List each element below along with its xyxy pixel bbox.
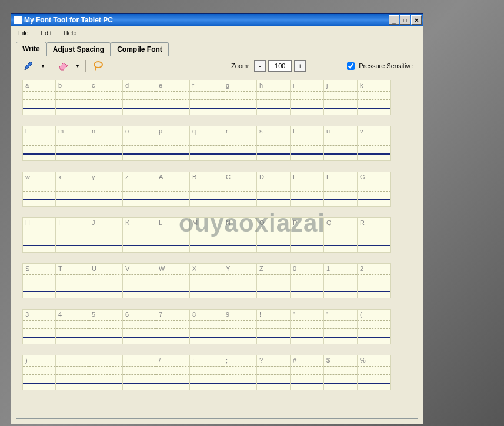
character-cell[interactable]: s [257,126,291,161]
character-cell[interactable]: b [56,80,89,115]
character-cell[interactable]: O [257,217,291,253]
character-cell[interactable]: M [190,217,223,253]
character-cell[interactable]: R [358,217,391,253]
menu-help[interactable]: Help [59,28,82,38]
character-cell[interactable]: " [291,309,324,344]
character-cell[interactable]: ; [223,355,257,390]
eraser-tool-button[interactable] [56,59,71,72]
character-cell[interactable]: j [324,80,358,115]
character-cell[interactable]: ? [257,355,291,390]
character-cell[interactable]: T [56,263,89,298]
character-cell[interactable]: e [156,80,190,115]
character-cell[interactable]: 2 [358,263,391,298]
character-cell[interactable]: 8 [190,309,223,344]
character-cell[interactable]: p [156,126,190,161]
character-cell[interactable]: d [123,80,156,115]
character-label: - [92,357,94,364]
character-cell[interactable]: Y [223,263,257,298]
character-cell[interactable]: C [223,172,257,207]
character-cell[interactable]: % [358,355,391,390]
character-cell[interactable]: W [156,263,190,298]
character-cell[interactable]: S [22,263,56,298]
character-cell[interactable]: L [156,217,190,253]
character-cell[interactable]: A [156,172,190,207]
character-cell[interactable]: : [190,355,223,390]
character-cell[interactable]: P [291,217,324,253]
character-cell[interactable]: q [190,126,223,161]
character-cell[interactable]: o [123,126,156,161]
character-cell[interactable]: , [56,355,89,390]
menu-edit[interactable]: Edit [36,28,56,38]
pen-dropdown-icon[interactable]: ▼ [40,60,46,72]
tab-adjust-spacing[interactable]: Adjust Spacing [46,42,111,56]
character-cell[interactable]: 5 [89,309,123,344]
character-cell[interactable]: y [89,172,123,207]
character-cell[interactable]: B [190,172,223,207]
character-cell[interactable]: J [89,217,123,253]
character-cell[interactable]: m [56,126,89,161]
character-cell[interactable]: h [257,80,291,115]
eraser-dropdown-icon[interactable]: ▼ [75,60,81,72]
character-cell[interactable]: u [324,126,358,161]
character-cell[interactable]: v [358,126,391,161]
character-cell[interactable]: U [89,263,123,298]
character-cell[interactable]: ) [22,355,56,390]
character-cell[interactable]: 1 [324,263,358,298]
character-cell[interactable]: 3 [22,309,56,344]
character-cell[interactable]: g [223,80,257,115]
tab-write[interactable]: Write [16,42,46,56]
titlebar[interactable]: My Font Tool for Tablet PC _ □ ✕ [11,14,423,26]
character-cell[interactable]: l [22,126,56,161]
character-cell[interactable]: ( [358,309,391,344]
menu-file[interactable]: File [14,28,34,38]
character-cell[interactable]: N [223,217,257,253]
lasso-tool-button[interactable] [91,59,106,73]
character-cell[interactable]: Q [324,217,358,253]
character-cell[interactable]: z [123,172,156,207]
character-cell[interactable]: $ [324,355,358,390]
character-cell[interactable]: I [56,217,89,253]
character-cell[interactable]: D [257,172,291,207]
character-cell[interactable]: f [190,80,223,115]
character-cell[interactable]: t [291,126,324,161]
maximize-button[interactable]: □ [400,15,410,25]
character-cell[interactable]: a [22,80,56,115]
character-cell[interactable]: ! [257,309,291,344]
character-cell[interactable]: 7 [156,309,190,344]
character-cell[interactable]: V [123,263,156,298]
character-cell[interactable]: 4 [56,309,89,344]
zoom-out-button[interactable]: - [254,60,266,72]
character-cell[interactable]: . [123,355,156,390]
zoom-in-button[interactable]: + [294,60,306,72]
character-cell[interactable]: / [156,355,190,390]
character-label: t [293,128,295,135]
character-cell[interactable]: 0 [291,263,324,298]
character-cell[interactable]: K [123,217,156,253]
character-cell[interactable]: k [358,80,391,115]
character-cell[interactable]: H [22,217,56,253]
character-cell[interactable]: 6 [123,309,156,344]
tab-compile-font[interactable]: Compile Font [111,42,169,56]
character-cell[interactable]: c [89,80,123,115]
character-grid-scroll[interactable]: abcdefghijklmnopqrstuvwxyzABCDEFGHIJKLMN… [16,75,418,418]
character-cell[interactable]: w [22,172,56,207]
character-cell[interactable]: G [358,172,391,207]
close-button[interactable]: ✕ [411,15,422,25]
character-cell[interactable]: X [190,263,223,298]
character-label: . [125,357,127,364]
character-cell[interactable]: Z [257,263,291,298]
character-cell[interactable]: x [56,172,89,207]
character-cell[interactable]: 9 [223,309,257,344]
character-cell[interactable]: i [291,80,324,115]
minimize-button[interactable]: _ [389,15,399,25]
character-cell[interactable]: E [291,172,324,207]
character-cell[interactable]: - [89,355,123,390]
character-cell[interactable]: n [89,126,123,161]
pressure-sensitive-checkbox[interactable] [347,62,355,70]
character-cell[interactable]: # [291,355,324,390]
zoom-value[interactable]: 100 [268,60,292,72]
character-cell[interactable]: ' [324,309,358,344]
character-cell[interactable]: r [223,126,257,161]
pen-tool-button[interactable] [21,58,36,73]
character-cell[interactable]: F [324,172,358,207]
